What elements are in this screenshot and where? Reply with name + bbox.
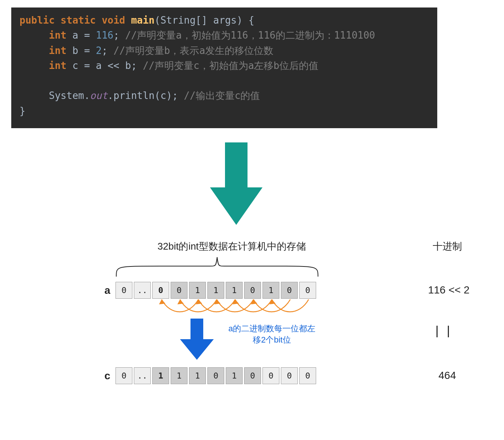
code-num: 2 [96,45,102,56]
code-text: a = [66,30,96,41]
code-kw: int [49,30,66,41]
bit-cell: 1 [171,367,188,384]
bit-cell: 1 [189,367,206,384]
bit-cell: 0 [171,282,188,299]
code-text: ; [114,30,125,41]
bit-cell: 0 [299,367,316,384]
bit-cell: 1 [152,367,169,384]
brace-icon [116,255,319,277]
bit-cell: 0 [281,367,298,384]
bit-cell: .. [134,282,151,299]
code-kw: int [49,45,66,56]
decimal-header: 十进制 [433,240,462,253]
code-comment: //输出变量c的值 [184,90,260,101]
bit-cell: 0 [244,282,261,299]
code-comment: //声明变量a，初始值为116，116的二进制为：1110100 [125,30,375,41]
bit-row-a: a 0..001110100 [93,282,316,299]
code-field: out [90,90,108,101]
bit-cell: 1 [189,282,206,299]
bit-cell: 1 [262,282,279,299]
shift-arcs-icon [114,298,324,317]
bit-cell: 1 [207,282,224,299]
bit-cell: 1 [226,282,243,299]
row-a-label: a [93,284,110,296]
bits-c: 0..111010000 [116,367,316,384]
code-text: ; [102,45,113,56]
bit-cell: 0 [116,282,132,299]
code-comment: //声明变量c，初始值为a左移b位后的值 [143,60,318,71]
code-comment: //声明变量b，表示a发生的移位位数 [114,45,274,56]
bit-cell: 1 [226,367,243,384]
expr-c: 464 [438,370,456,382]
storage-label: 32bit的int型数据在计算机中的存储 [158,240,306,253]
bit-cell: 0 [262,367,279,384]
bit-cell: 0 [116,367,132,384]
bit-cell: .. [134,367,151,384]
shift-note: a的二进制数每一位都左移2个bit位 [225,323,319,345]
bit-cell: 0 [207,367,224,384]
equals-sign: | | [435,323,452,338]
bit-row-c: c 0..111010000 [93,367,316,384]
bit-cell: 0 [299,282,316,299]
bits-a: 0..001110100 [116,282,316,299]
bit-cell: 0 [281,282,298,299]
code-text: (String[] args) { [154,15,254,26]
code-kw: public static void [20,15,125,26]
bit-cell: 0 [244,367,261,384]
expr-a: 116 << 2 [428,284,470,296]
code-text: } [20,105,26,117]
code-text: c = a << b; [66,60,143,71]
code-kw: int [49,60,66,71]
code-num: 116 [96,30,114,41]
code-fn: main [125,15,154,26]
row-c-label: c [93,370,110,382]
code-text: b = [66,45,96,56]
code-text: System. [49,90,90,101]
bit-cell: 0 [152,282,169,299]
code-block: public static void main(String[] args) {… [11,7,437,128]
down-arrow-blue-icon [180,319,214,360]
code-text: .println(c); [108,90,184,101]
down-arrow-icon [210,142,262,225]
